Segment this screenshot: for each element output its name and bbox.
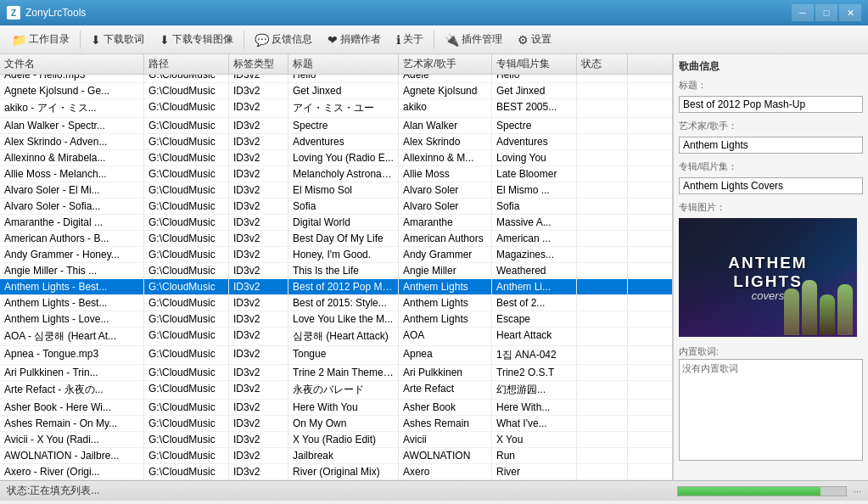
download-lyrics-button[interactable]: ⬇ 下载歌词 — [84, 29, 151, 50]
close-button[interactable]: ✕ — [839, 4, 861, 21]
cell-path: G:\CloudMusic — [144, 464, 229, 479]
table-row[interactable]: Adele - Hello.mp3G:\CloudMusicID3v2Hello… — [0, 75, 672, 83]
cell-title: アイ・ミス・ユー — [288, 99, 399, 117]
cell-status — [577, 464, 628, 479]
table-row[interactable]: Avicii - X You (Radi...G:\CloudMusicID3v… — [0, 432, 672, 448]
cell-artist: Asher Book — [399, 400, 492, 415]
toolbar-sep-2 — [244, 31, 244, 49]
table-row[interactable]: Asher Book - Here Wi...G:\CloudMusicID3v… — [0, 400, 672, 416]
cell-title: Sofia — [288, 199, 399, 214]
cell-title: Digital World — [288, 215, 399, 230]
table-row[interactable]: Anthem Lights - Best...G:\CloudMusicID3v… — [0, 279, 672, 295]
table-row[interactable]: Alvaro Soler - El Mi...G:\CloudMusicID3v… — [0, 182, 672, 199]
title-input[interactable] — [679, 96, 863, 113]
workdir-button[interactable]: 📁 工作目录 — [5, 29, 76, 50]
cell-path: G:\CloudMusic — [144, 448, 229, 463]
cell-tagtype: ID3v2 — [229, 99, 288, 117]
table-row[interactable]: Alan Walker - Spectr...G:\CloudMusicID3v… — [0, 118, 672, 134]
table-row[interactable]: Ari Pulkkinen - Trin...G:\CloudMusicID3v… — [0, 365, 672, 381]
cell-status — [577, 263, 628, 278]
table-row[interactable]: Anthem Lights - Best...G:\CloudMusicID3v… — [0, 295, 672, 311]
cell-path: G:\CloudMusic — [144, 150, 229, 165]
table-row[interactable]: Ashes Remain - On My...G:\CloudMusicID3v… — [0, 416, 672, 432]
table-body[interactable]: 911 - I Do.mp3G:\CloudMusicID3v2I Do911I… — [0, 75, 672, 480]
table-row[interactable]: Alvaro Soler - Sofia...G:\CloudMusicID3v… — [0, 199, 672, 215]
cell-path: G:\CloudMusic — [144, 199, 229, 214]
cell-status — [577, 416, 628, 431]
cell-artist: Allie Moss — [399, 166, 492, 182]
cell-path: G:\CloudMusic — [144, 432, 229, 447]
cell-filename: Andy Grammer - Honey... — [0, 247, 144, 262]
cell-album: River — [492, 464, 577, 479]
cell-filename: Alvaro Soler - Sofia... — [0, 199, 144, 214]
cell-title: Best Day Of My Life — [288, 231, 399, 246]
cell-status — [577, 83, 628, 98]
cell-status — [577, 346, 628, 364]
cell-tagtype: ID3v2 — [229, 75, 288, 82]
cell-path: G:\CloudMusic — [144, 311, 229, 327]
cell-title: El Mismo Sol — [288, 182, 399, 198]
folder-icon: 📁 — [12, 33, 26, 47]
cell-filename: Ari Pulkkinen - Trin... — [0, 365, 144, 380]
plugins-button[interactable]: 🔌 插件管理 — [438, 29, 509, 50]
table-row[interactable]: Allie Moss - Melanch...G:\CloudMusicID3v… — [0, 166, 672, 182]
cell-title: 심쿵해 (Heart Attack) — [288, 328, 399, 345]
cell-tagtype: ID3v2 — [229, 416, 288, 431]
cell-album: Spectre — [492, 118, 577, 133]
table-row[interactable]: Andy Grammer - Honey...G:\CloudMusicID3v… — [0, 247, 672, 263]
table-row[interactable]: Apnea - Tongue.mp3G:\CloudMusicID3v2Tong… — [0, 346, 672, 365]
cell-tagtype: ID3v2 — [229, 328, 288, 345]
table-row[interactable]: AOA - 심쿵해 (Heart At...G:\CloudMusicID3v2… — [0, 328, 672, 346]
cell-artist: AWOLNATION — [399, 448, 492, 463]
feedback-button[interactable]: 💬 反馈信息 — [248, 29, 319, 50]
table-row[interactable]: Alex Skrindo - Adven...G:\CloudMusicID3v… — [0, 134, 672, 150]
cell-album: BEST 2005... — [492, 99, 577, 117]
cell-album: Adventures — [492, 134, 577, 149]
table-row[interactable]: Amaranthe - Digital ...G:\CloudMusicID3v… — [0, 215, 672, 231]
album-input[interactable] — [679, 177, 863, 194]
cell-artist: Ashes Remain — [399, 416, 492, 431]
table-row[interactable]: Anthem Lights - Love...G:\CloudMusicID3v… — [0, 311, 672, 328]
feedback-icon: 💬 — [255, 33, 269, 47]
progress-bar — [677, 486, 847, 496]
settings-button[interactable]: ⚙ 设置 — [511, 29, 558, 50]
donate-button[interactable]: ❤ 捐赠作者 — [321, 29, 388, 50]
cell-title: Honey, I'm Good. — [288, 247, 399, 262]
table-row[interactable]: American Authors - B...G:\CloudMusicID3v… — [0, 231, 672, 247]
cell-tagtype: ID3v2 — [229, 263, 288, 278]
cell-status — [577, 166, 628, 182]
table-row[interactable]: Axero - River (Origi...G:\CloudMusicID3v… — [0, 464, 672, 480]
table-row[interactable]: akiko - アイ・ミス...G:\CloudMusicID3v2アイ・ミス・… — [0, 99, 672, 118]
cell-title: Hello — [288, 75, 399, 82]
lyrics-box[interactable]: 没有内置歌词 — [679, 359, 863, 461]
cell-tagtype: ID3v2 — [229, 134, 288, 149]
file-list-area: 文件名 路径 标签类型 标题 艺术家/歌手 专辑/唱片集 状态 911 - I … — [0, 54, 673, 480]
maximize-button[interactable]: □ — [815, 4, 837, 21]
cell-status — [577, 134, 628, 149]
table-row[interactable]: Agnete Kjolsund - Ge...G:\CloudMusicID3v… — [0, 83, 672, 99]
cell-tagtype: ID3v2 — [229, 346, 288, 364]
artist-label: 艺术家/歌手： — [679, 120, 863, 132]
cell-path: G:\CloudMusic — [144, 328, 229, 345]
donate-icon: ❤ — [328, 33, 338, 47]
table-row[interactable]: Arte Refact - 永夜の...G:\CloudMusicID3v2永夜… — [0, 381, 672, 400]
cell-album: Heart Attack — [492, 328, 577, 345]
table-row[interactable]: Allexinno & Mirabela...G:\CloudMusicID3v… — [0, 150, 672, 166]
artist-input[interactable] — [679, 137, 863, 154]
table-header: 文件名 路径 标签类型 标题 艺术家/歌手 专辑/唱片集 状态 — [0, 54, 672, 75]
about-icon: ℹ — [396, 33, 400, 47]
cell-filename: Adele - Hello.mp3 — [0, 75, 144, 82]
table-row[interactable]: AWOLNATION - Jailbre...G:\CloudMusicID3v… — [0, 448, 672, 464]
about-button[interactable]: ℹ 关于 — [389, 29, 430, 50]
cell-title: Tongue — [288, 346, 399, 364]
header-filename: 文件名 — [0, 54, 144, 74]
status-bar: 状态:正在填充列表... ··· — [0, 480, 868, 501]
cell-artist: AOA — [399, 328, 492, 345]
cell-filename: Axero - River (Origi... — [0, 464, 144, 479]
lyrics-section: 内置歌词: 没有内置歌词 — [679, 345, 863, 463]
cell-filename: Apnea - Tongue.mp3 — [0, 346, 144, 364]
download-album-button[interactable]: ⬇ 下载专辑图像 — [153, 29, 240, 50]
minimize-button[interactable]: ─ — [792, 4, 814, 21]
table-row[interactable]: Angie Miller - This ...G:\CloudMusicID3v… — [0, 263, 672, 279]
cell-tagtype: ID3v2 — [229, 400, 288, 415]
